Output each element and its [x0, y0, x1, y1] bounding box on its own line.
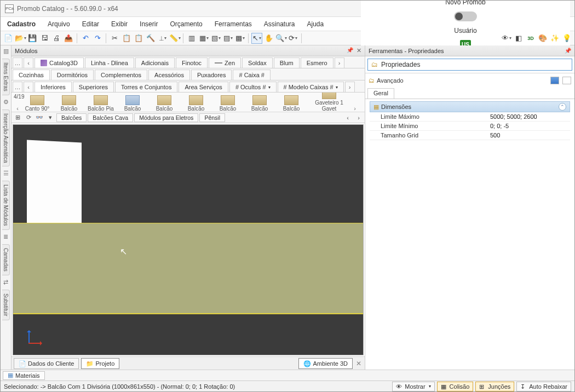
filter-icon-2[interactable]: ⟳ [24, 113, 33, 122]
export-icon[interactable]: 📤 [63, 33, 74, 44]
filter-nav-left[interactable]: ‹ [343, 113, 353, 122]
tab-finotoc[interactable]: Finotoc [176, 57, 208, 68]
btn-colisao[interactable]: ▦Colisão [437, 382, 474, 391]
gal-balcao-1[interactable]: Balcão [53, 95, 85, 112]
box-dd-2[interactable]: ▧ [210, 33, 221, 44]
pointer-icon[interactable]: ↖ [251, 33, 262, 44]
nav-prev-1[interactable]: … [13, 57, 22, 68]
filter-modulos-eletros[interactable]: Módulos para Eletros [134, 113, 198, 122]
btab-close[interactable]: ✕ [355, 360, 363, 367]
tab-soldax[interactable]: Soldax [242, 57, 273, 68]
menu-ferramentas[interactable]: Ferramentas [212, 19, 254, 29]
tab-superiores[interactable]: Superiores [73, 82, 114, 92]
tab-adicionais[interactable]: Adicionais [135, 57, 175, 68]
btab-dados[interactable]: 📄Dados do Cliente [14, 358, 79, 369]
nav-right-1[interactable]: › [335, 57, 344, 68]
gal-balcao-3[interactable]: Balcão [117, 95, 148, 112]
cut-icon[interactable]: ✂ [109, 33, 120, 44]
rail-icon-2[interactable]: ⚙ [2, 99, 10, 106]
light-icon[interactable]: 💡 [561, 33, 572, 44]
cube-render-icon[interactable]: ◧ [513, 33, 524, 44]
nav-left-1[interactable]: ‹ [24, 57, 33, 68]
nav-prev-3[interactable]: … [13, 82, 22, 92]
close-panel-icon[interactable]: ✕ [357, 47, 361, 54]
tab-materiais[interactable]: ▦Materiais [3, 371, 45, 380]
pin-icon-right[interactable]: 📌 [565, 48, 571, 54]
menu-arquivo[interactable]: Arquivo [45, 19, 72, 29]
filter-balcoes[interactable]: Balcões [56, 113, 87, 122]
prop-limite-max[interactable]: Limite Máximo5000; 5000; 2600 [370, 112, 570, 122]
grid-icon-2[interactable] [562, 77, 571, 84]
rail-camadas[interactable]: Camadas [2, 244, 10, 275]
gal-balcao-4[interactable]: Balcão [148, 95, 180, 112]
grid-icon-1[interactable] [550, 77, 559, 84]
propriedades-header[interactable]: 🗂 Propriedades [367, 59, 572, 71]
tool-dd-1[interactable]: ⟂ [157, 33, 168, 44]
btn-auto-rebaixar[interactable]: ↧Auto Rebaixar [516, 382, 571, 391]
view3d-icon[interactable]: 3D [525, 33, 536, 44]
tab-dormitorios[interactable]: Dormitórios [51, 70, 94, 80]
box-dd-3[interactable]: ▨ [222, 33, 233, 44]
nav-right-3[interactable]: › [345, 82, 355, 92]
rail-lista[interactable]: Lista de Módulos [2, 181, 10, 230]
rail-icon-4[interactable]: ≣ [2, 233, 10, 241]
chevron-up-icon[interactable]: ⌃ [559, 103, 566, 111]
filter-balcoes-cava[interactable]: Balcões Cava [88, 113, 133, 122]
prop-limite-min[interactable]: Limite Mínimo0; 0; -5 [370, 122, 570, 131]
new-file-icon[interactable]: 📄 [3, 33, 14, 44]
tool-dd-2[interactable]: 📏 [169, 33, 180, 44]
rail-icon-5[interactable]: ⇄ [2, 279, 10, 286]
tab-acessorios[interactable]: Acessórios [148, 70, 190, 80]
tab-cozinhas[interactable]: Cozinhas [13, 70, 50, 80]
menu-editar[interactable]: Editar [80, 19, 101, 29]
eye-icon[interactable]: 👁 [501, 33, 512, 44]
rotate-icon[interactable]: ⟳ [288, 33, 298, 44]
gal-gaveteiro[interactable]: Gaveteiro 1 Gavet [307, 93, 351, 112]
rail-substituir[interactable]: Substituir [2, 290, 10, 320]
menu-assinatura[interactable]: Assinatura [262, 19, 297, 29]
avancado-button[interactable]: 🗂Avançado [369, 77, 404, 84]
palette-icon[interactable]: 🎨 [537, 33, 548, 44]
save-as-icon[interactable]: 🖫 [39, 33, 50, 44]
btn-mostrar[interactable]: 👁Mostrar▾ [392, 382, 434, 391]
tab-area-servicos[interactable]: Area Serviços [179, 82, 228, 92]
prop-tamanho-grid[interactable]: Tamanho Grid500 [370, 131, 570, 140]
gal-balcao-7[interactable]: Balcão [244, 95, 275, 112]
menu-ajuda[interactable]: Ajuda [305, 19, 326, 29]
gallery-next[interactable]: › [351, 105, 359, 112]
menu-orcamento[interactable]: Orçamento [168, 19, 204, 29]
menu-cadastro[interactable]: Cadastro [5, 19, 38, 29]
rail-icon-1[interactable]: ▥ [2, 48, 10, 55]
gal-balcao-6[interactable]: Balcão [212, 95, 244, 112]
rail-itens-extras[interactable]: Itens Extras [2, 59, 10, 95]
box-dd-1[interactable]: ▦ [198, 33, 209, 44]
tab-esmero[interactable]: Esmero [301, 57, 334, 68]
filter-icon-1[interactable]: ⊞ [13, 113, 22, 122]
hand-icon[interactable]: ✋ [263, 33, 274, 44]
dim-header[interactable]: ▦ Dimensões ⌃ [370, 101, 570, 112]
tab-linha[interactable]: Linha - Dlinea [85, 57, 134, 68]
gal-balcao-5[interactable]: Balcão [180, 95, 212, 112]
gal-canto90[interactable]: Canto 90° [21, 95, 53, 112]
tab-blum[interactable]: Blum [274, 57, 300, 68]
open-icon[interactable]: 📂 [15, 33, 26, 44]
rail-icon-3[interactable]: ☰ [2, 170, 10, 177]
viewport-3d[interactable]: ↖ [13, 124, 364, 355]
tab-modelo-caixas[interactable]: # Modelo Caixas # ▾ [278, 82, 344, 92]
zoom-icon[interactable]: 🔍 [275, 33, 286, 44]
tab-inferiores[interactable]: Inferiores [34, 82, 72, 92]
gal-balcao-pia[interactable]: Balcão Pia [85, 95, 117, 112]
filter-icon-3[interactable]: 👓 [34, 113, 44, 122]
tab-geral[interactable]: Geral [367, 88, 394, 99]
menu-exibir[interactable]: Exibir [109, 19, 130, 29]
btab-ambiente3d[interactable]: 🌐Ambiente 3D [298, 358, 353, 369]
pin-icon[interactable]: 📌 [347, 47, 353, 54]
tab-caixa[interactable]: # Caixa # [233, 70, 270, 80]
print-icon[interactable]: 🖨 [51, 33, 62, 44]
redo-icon[interactable]: ↷ [92, 33, 103, 44]
undo-icon[interactable]: ↶ [80, 33, 91, 44]
menu-inserir[interactable]: Inserir [137, 19, 160, 29]
tab-torres[interactable]: Torres e Conjuntos [115, 82, 177, 92]
paste-icon[interactable]: 📋 [133, 33, 144, 44]
btn-juncoes[interactable]: ⊞Junções [475, 382, 514, 391]
